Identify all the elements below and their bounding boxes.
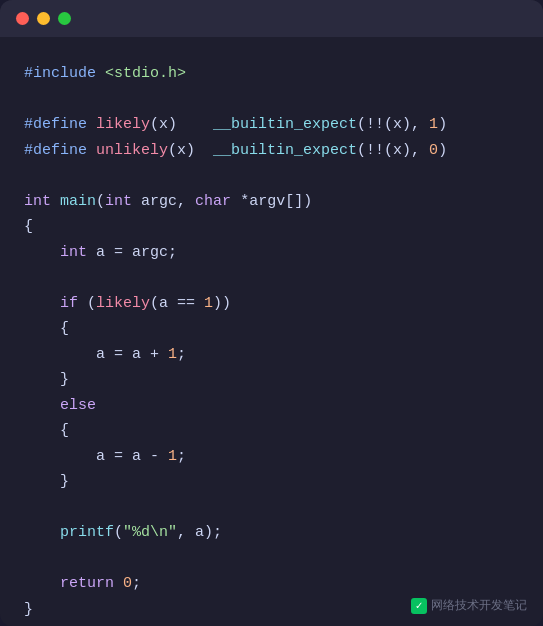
code-block: #include <stdio.h> #define likely(x) __b… — [24, 61, 519, 622]
line-a-minus: a = a - 1; — [24, 444, 519, 470]
line-int-a: int a = argc; — [24, 240, 519, 266]
watermark-text: 网络技术开发笔记 — [431, 597, 527, 614]
line-else: else — [24, 393, 519, 419]
line-define-unlikely: #define unlikely(x) __builtin_expect(!!(… — [24, 138, 519, 164]
line-define-likely: #define likely(x) __builtin_expect(!!(x)… — [24, 112, 519, 138]
wechat-icon: ✓ — [411, 598, 427, 614]
line-close-if: } — [24, 367, 519, 393]
code-area: #include <stdio.h> #define likely(x) __b… — [0, 37, 543, 626]
maximize-dot[interactable] — [58, 12, 71, 25]
watermark: ✓ 网络技术开发笔记 — [411, 597, 527, 614]
empty-line-4 — [24, 495, 519, 521]
empty-line-3 — [24, 265, 519, 291]
line-if: if (likely(a == 1)) — [24, 291, 519, 317]
line-open-main: { — [24, 214, 519, 240]
line-printf: printf("%d\n", a); — [24, 520, 519, 546]
line-include: #include <stdio.h> — [24, 61, 519, 87]
empty-line-2 — [24, 163, 519, 189]
titlebar — [0, 0, 543, 37]
close-dot[interactable] — [16, 12, 29, 25]
line-a-plus: a = a + 1; — [24, 342, 519, 368]
line-open-else: { — [24, 418, 519, 444]
empty-line-5 — [24, 546, 519, 572]
minimize-dot[interactable] — [37, 12, 50, 25]
empty-line-1 — [24, 87, 519, 113]
line-main-sig: int main(int argc, char *argv[]) — [24, 189, 519, 215]
line-open-if: { — [24, 316, 519, 342]
line-close-else: } — [24, 469, 519, 495]
line-return: return 0; — [24, 571, 519, 597]
code-window: #include <stdio.h> #define likely(x) __b… — [0, 0, 543, 626]
